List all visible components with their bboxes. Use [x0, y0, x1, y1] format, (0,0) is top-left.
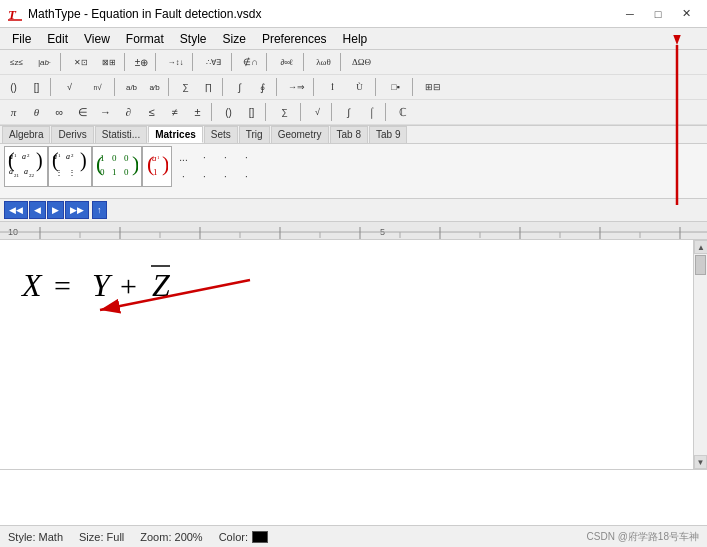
- svg-text:): ): [36, 149, 43, 172]
- dot-btn[interactable]: ·: [238, 167, 256, 185]
- minimize-button[interactable]: ─: [617, 4, 643, 24]
- element-btn[interactable]: ∈: [72, 101, 94, 123]
- int3-btn[interactable]: ⌠: [361, 101, 383, 123]
- pm-btn[interactable]: ±: [187, 101, 209, 123]
- matrix-identity-btn[interactable]: 1 0 0 0 1 0 ( ): [92, 146, 142, 187]
- dot-btn[interactable]: ...: [175, 148, 193, 166]
- frac-btn[interactable]: a/b: [121, 76, 143, 98]
- tab-trig[interactable]: Trig: [239, 126, 270, 143]
- int2-btn[interactable]: ∫: [338, 101, 360, 123]
- leq-btn[interactable]: ≤: [141, 101, 163, 123]
- accent1-btn[interactable]: İ: [320, 76, 346, 98]
- dot-btn[interactable]: ·: [196, 167, 214, 185]
- accent2-btn[interactable]: Ù: [347, 76, 373, 98]
- radical-btn[interactable]: √: [57, 76, 83, 98]
- operators-btn[interactable]: ±⊕: [131, 51, 153, 73]
- tab-tab9[interactable]: Tab 9: [369, 126, 407, 143]
- arrow3-btn[interactable]: →⇒: [283, 76, 311, 98]
- menu-item-help[interactable]: Help: [335, 30, 376, 48]
- paren2-btn[interactable]: (): [218, 101, 240, 123]
- tab-statisti[interactable]: Statisti...: [95, 126, 147, 143]
- paren-btn[interactable]: (): [3, 76, 25, 98]
- matrix-column-btn[interactable]: a 1 1 ( ): [142, 146, 172, 187]
- sum-btn[interactable]: ∑: [175, 76, 197, 98]
- theta-btn[interactable]: θ: [26, 101, 48, 123]
- svg-text:⋮: ⋮: [68, 168, 76, 177]
- editor-area[interactable]: X = Y + Z: [0, 240, 693, 470]
- status-bar: Style: Math Size: Full Zoom: 200% Color:…: [0, 525, 707, 547]
- rarrow-btn[interactable]: →: [95, 101, 117, 123]
- complex-btn[interactable]: ℂ: [392, 101, 414, 123]
- nav-next-btn[interactable]: ▶: [47, 201, 64, 219]
- menu-bar: FileEditViewFormatStyleSizePreferencesHe…: [0, 28, 707, 50]
- svg-text:2: 2: [71, 153, 74, 158]
- menu-item-file[interactable]: File: [4, 30, 39, 48]
- pi-btn[interactable]: π: [3, 101, 25, 123]
- maximize-button[interactable]: □: [645, 4, 671, 24]
- equation-display: X = Y + Z: [20, 260, 180, 317]
- close-button[interactable]: ✕: [673, 4, 699, 24]
- spaces-btn[interactable]: |ab·: [32, 51, 58, 73]
- relations-btn[interactable]: ≤z≤: [3, 51, 31, 73]
- settheory-btn[interactable]: ∉∩: [238, 51, 264, 73]
- neq-btn[interactable]: ≠: [164, 101, 186, 123]
- sep6: [266, 53, 270, 71]
- svg-text:): ): [162, 151, 168, 176]
- menu-item-format[interactable]: Format: [118, 30, 172, 48]
- embellish2-btn[interactable]: ⊠⊞: [96, 51, 122, 73]
- scrollbar-right[interactable]: ▲ ▼: [693, 240, 707, 469]
- tab-geometry[interactable]: Geometry: [271, 126, 329, 143]
- infty-btn[interactable]: ∞: [49, 101, 71, 123]
- svg-text:2: 2: [27, 153, 30, 158]
- menu-item-preferences[interactable]: Preferences: [254, 30, 335, 48]
- nav-up-btn[interactable]: ↑: [92, 201, 107, 219]
- bracket-btn[interactable]: []: [26, 76, 48, 98]
- bracket2-btn[interactable]: []: [241, 101, 263, 123]
- dot-btn[interactable]: ·: [196, 148, 214, 166]
- editor-wrapper: X = Y + Z ▲ ▼: [0, 240, 707, 470]
- svg-text:1: 1: [157, 155, 160, 160]
- misc-btn[interactable]: ∂∞ℓ: [273, 51, 301, 73]
- toolbar-row-2: () [] √ n√ a/b a⁄b ∑ ∏ ∫ ∮ →⇒ İ Ù □▪ ⊞⊟: [0, 75, 707, 100]
- ruler: 10 5: [0, 222, 707, 240]
- nthroot-btn[interactable]: n√: [84, 76, 112, 98]
- scroll-down-btn[interactable]: ▼: [694, 455, 707, 469]
- matrix-tb-btn[interactable]: ⊞⊟: [419, 76, 447, 98]
- misc2-btn[interactable]: □▪: [382, 76, 410, 98]
- nav-first-btn[interactable]: ◀◀: [4, 201, 28, 219]
- toolbar-row-1: ≤z≤ |ab· ✕⊡ ⊠⊞ ±⊕ →↕↓ ∴∀∃ ∉∩ ∂∞ℓ λωθ ΔΩΘ: [0, 50, 707, 75]
- scroll-up-btn[interactable]: ▲: [694, 240, 707, 254]
- tab-derivs[interactable]: Derivs: [51, 126, 93, 143]
- tab-tab8[interactable]: Tab 8: [330, 126, 368, 143]
- menu-item-style[interactable]: Style: [172, 30, 215, 48]
- dot-btn[interactable]: ·: [217, 148, 235, 166]
- logic-btn[interactable]: ∴∀∃: [199, 51, 229, 73]
- tab-sets[interactable]: Sets: [204, 126, 238, 143]
- integral2-btn[interactable]: ∮: [252, 76, 274, 98]
- tab-matrices[interactable]: Matrices: [148, 126, 203, 143]
- dot-btn[interactable]: ·: [217, 167, 235, 185]
- partial-btn[interactable]: ∂: [118, 101, 140, 123]
- equation-svg: X = Y + Z: [20, 260, 180, 310]
- frac2-btn[interactable]: a⁄b: [144, 76, 166, 98]
- nav-last-btn[interactable]: ▶▶: [65, 201, 89, 219]
- menu-item-size[interactable]: Size: [215, 30, 254, 48]
- arrows-btn[interactable]: →↕↓: [162, 51, 190, 73]
- sqrt-btn[interactable]: √: [307, 101, 329, 123]
- nav-prev-btn[interactable]: ◀: [29, 201, 46, 219]
- menu-item-view[interactable]: View: [76, 30, 118, 48]
- greek-upper-btn[interactable]: ΔΩΘ: [347, 51, 377, 73]
- embellish-btn[interactable]: ✕⊡: [67, 51, 95, 73]
- greek-lower-btn[interactable]: λωθ: [310, 51, 338, 73]
- prod-btn[interactable]: ∏: [198, 76, 220, 98]
- integral-btn[interactable]: ∫: [229, 76, 251, 98]
- dot-btn[interactable]: ·: [238, 148, 256, 166]
- menu-item-edit[interactable]: Edit: [39, 30, 76, 48]
- tab-algebra[interactable]: Algebra: [2, 126, 50, 143]
- scroll-thumb[interactable]: [695, 255, 706, 275]
- dot-btn[interactable]: ·: [175, 167, 193, 185]
- matrix-dots-btn[interactable]: a 1 a 2 ⋮ ⋮ ( ): [48, 146, 92, 187]
- svg-text:+: +: [120, 269, 137, 302]
- sum2-btn[interactable]: ∑: [272, 101, 298, 123]
- matrix-2x2-btn[interactable]: a 1 a 2 a 21 a 22 ( ): [4, 146, 48, 187]
